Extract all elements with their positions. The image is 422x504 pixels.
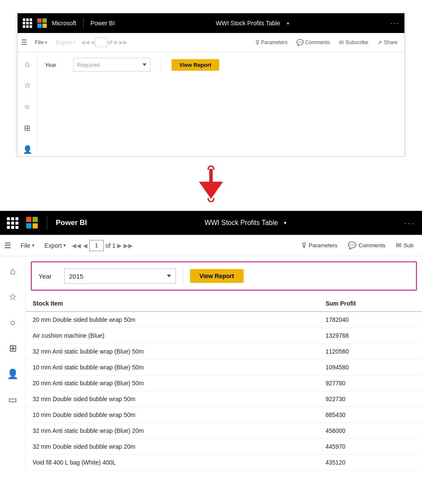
year-label-top: Year — [45, 62, 66, 68]
file-chevron: ▾ — [45, 40, 47, 45]
table-row: 32 mm Anti static bubble wrap (Blue) 50m… — [26, 344, 422, 360]
nav-first-top[interactable]: ◀◀ — [81, 39, 89, 45]
menu-icon-top[interactable]: ☰ — [21, 38, 27, 46]
sidebar-star-icon[interactable]: ☆ — [21, 78, 34, 92]
page-input-bottom[interactable] — [89, 240, 104, 251]
report-chevron-top[interactable]: ▾ — [287, 21, 289, 26]
view-report-button-top[interactable]: View Report — [172, 59, 219, 71]
filter-icon-top: ⊽ — [255, 39, 259, 46]
nav-more-top[interactable]: ··· — [390, 19, 399, 28]
apps-grid-icon[interactable] — [23, 18, 32, 28]
stock-item-cell: Void fill 400 L bag (White) 400L — [26, 455, 319, 471]
sidebar-clock-icon[interactable]: ○ — [21, 100, 34, 114]
arrow-section — [0, 157, 422, 211]
nav-first-bottom[interactable]: ◀◀ — [72, 242, 81, 249]
report-chevron-bottom[interactable]: ▾ — [284, 220, 286, 226]
parameters-button-top[interactable]: ⊽ Parameters — [252, 37, 291, 48]
sidebar-home-icon-bottom[interactable]: ⌂ — [5, 263, 21, 279]
nav-prev-bottom[interactable]: ◀ — [83, 242, 87, 249]
nav-bar-top: Microsoft Power BI WWI Stock Profits Tab… — [18, 13, 404, 33]
filter-icon-bottom: ⊽ — [301, 241, 307, 249]
comment-icon-bottom: 💬 — [348, 241, 356, 249]
profit-cell: 1120560 — [319, 344, 422, 360]
product-name-bottom: Power BI — [56, 219, 87, 227]
profit-cell: 445970 — [319, 439, 422, 455]
down-arrow — [199, 165, 223, 202]
stock-item-cell: 32 mm Anti static bubble wrap (Blue) 50m — [26, 344, 319, 360]
params-area-top: Year Required View Report — [37, 52, 404, 156]
page-nav-bottom: ◀◀ ◀ of 1 ▶ ▶▶ — [72, 240, 133, 251]
report-name-top: WWI Stock Profits Table — [216, 20, 280, 27]
bottom-section: Power BI WWI Stock Profits Table ▾ ··· ☰… — [0, 211, 422, 471]
file-button-top[interactable]: File ▾ — [31, 37, 51, 47]
nav-prev-top[interactable]: ◀ — [90, 39, 94, 45]
table-row: 32 mm Double sided bubble wrap 50m922730 — [26, 391, 422, 407]
nav-bar-bottom: Power BI WWI Stock Profits Table ▾ ··· — [0, 211, 422, 235]
sidebar-home-icon[interactable]: ⌂ — [21, 57, 34, 71]
nav-next-top[interactable]: ▶ — [114, 39, 118, 45]
stock-item-cell: Air cushion machine (Blue) — [26, 328, 319, 344]
subscribe-button-top[interactable]: ✉ Subscribe — [335, 37, 372, 48]
year-select-top[interactable]: Required — [73, 58, 151, 72]
nav-last-top[interactable]: ▶▶ — [119, 39, 128, 45]
product-name-top: Power BI — [90, 20, 115, 27]
apps-grid-icon-bottom[interactable] — [7, 217, 18, 229]
export-button-top[interactable]: Export ▾ — [52, 37, 79, 47]
nav-divider-bottom — [47, 216, 47, 229]
of-label-bottom: of 1 — [106, 242, 115, 249]
param-divider-bottom — [183, 268, 183, 284]
nav-next-bottom[interactable]: ▶ — [117, 242, 122, 249]
microsoft-logo — [37, 18, 47, 28]
menu-icon-bottom[interactable]: ☰ — [4, 241, 11, 250]
profit-cell: 922730 — [319, 391, 422, 407]
share-button-top[interactable]: ↗ Share — [374, 37, 401, 48]
export-button-bottom[interactable]: Export ▾ — [40, 240, 70, 251]
toolbar-bottom: ☰ File ▾ Export ▾ ◀◀ ◀ of 1 ▶ ▶▶ ⊽ Param… — [0, 235, 422, 256]
sidebar-people-icon-bottom[interactable]: 👤 — [5, 366, 21, 382]
nav-last-bottom[interactable]: ▶▶ — [124, 242, 133, 249]
file-chevron-bottom: ▾ — [32, 243, 34, 248]
col2-header: Sum Profit — [319, 296, 422, 312]
top-section: Microsoft Power BI WWI Stock Profits Tab… — [0, 0, 422, 157]
report-name-bottom: WWI Stock Profits Table — [205, 219, 278, 227]
powerbi-window-top: Microsoft Power BI WWI Stock Profits Tab… — [17, 13, 405, 157]
main-area-bottom: ⌂ ☆ ○ ⊞ 👤 ▭ Year 2015 View Report Stock … — [0, 256, 422, 471]
year-label-bottom: Year — [39, 273, 64, 280]
stock-item-cell: 20 mm Anti static bubble wrap (Blue) 50m — [26, 375, 319, 391]
table-row: 32 mm Double sided bubble wrap 20m445970 — [26, 439, 422, 455]
sidebar-people-icon[interactable]: 👤 — [21, 143, 34, 156]
main-area-top: ⌂ ☆ ○ ⊞ 👤 Year Required View Report — [18, 52, 404, 156]
page-input-top[interactable] — [95, 38, 107, 47]
envelope-icon-top: ✉ — [339, 39, 344, 46]
sidebar-top: ⌂ ☆ ○ ⊞ 👤 — [18, 52, 37, 156]
param-row-top: Year Required View Report — [45, 58, 397, 72]
of-label-top: of — [108, 39, 112, 45]
file-button-bottom[interactable]: File ▾ — [16, 240, 39, 251]
comments-button-bottom[interactable]: 💬 Comments — [344, 239, 390, 252]
comments-button-top[interactable]: 💬 Comments — [293, 37, 334, 48]
profit-cell: 1782040 — [319, 312, 422, 328]
parameters-button-bottom[interactable]: ⊽ Parameters — [297, 239, 342, 252]
arrow-shaft — [209, 169, 213, 182]
view-report-button-bottom[interactable]: View Report — [190, 269, 244, 283]
sidebar-star-icon-bottom[interactable]: ☆ — [5, 289, 21, 305]
col1-header: Stock Item — [26, 296, 319, 312]
page-nav-top: ◀◀ ◀ of ▶ ▶▶ — [81, 38, 128, 47]
subscribe-button-bottom[interactable]: ✉ Sub — [392, 239, 418, 252]
export-chevron-bottom: ▾ — [63, 243, 66, 248]
arrow-head — [199, 182, 223, 199]
microsoft-logo-bottom — [26, 217, 38, 229]
sidebar-apps-icon[interactable]: ⊞ — [21, 121, 34, 135]
stock-item-cell: 32 mm Anti static bubble wrap (Blue) 20m — [26, 423, 319, 439]
nav-more-bottom[interactable]: ··· — [404, 218, 415, 228]
stock-item-cell: 10 mm Double sided bubble wrap 50m — [26, 407, 319, 423]
table-row: 32 mm Anti static bubble wrap (Blue) 20m… — [26, 423, 422, 439]
year-select-bottom[interactable]: 2015 — [64, 268, 176, 284]
table-header: Stock Item Sum Profit — [26, 296, 422, 312]
sidebar-apps-icon-bottom[interactable]: ⊞ — [5, 340, 21, 357]
table-row: Void fill 400 L bag (White) 400L435120 — [26, 455, 422, 471]
sidebar-clock-icon-bottom[interactable]: ○ — [5, 315, 21, 331]
app-name-top: Microsoft — [52, 20, 76, 27]
sidebar-monitor-icon-bottom[interactable]: ▭ — [5, 392, 21, 408]
table-row: 20 mm Anti static bubble wrap (Blue) 50m… — [26, 375, 422, 391]
